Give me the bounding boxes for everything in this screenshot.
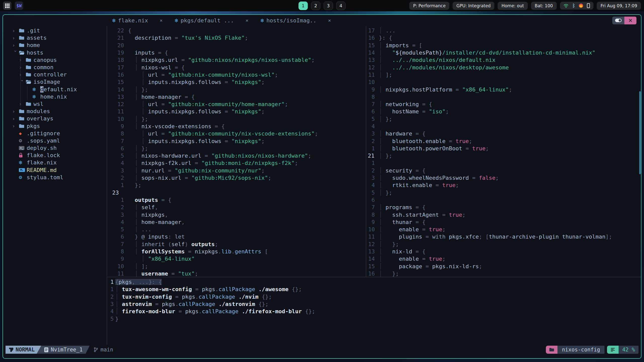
tree-item-assets[interactable]: ›assets	[3, 34, 107, 41]
code-text: │ rtkit.enable = true;	[379, 182, 459, 188]
tab-flake.nix[interactable]: ❄flake.nix×	[112, 17, 163, 24]
nix-icon: ❄	[261, 17, 264, 24]
tree-item-label: .git	[27, 27, 40, 34]
line-number: 3	[366, 175, 378, 181]
editor-pane-flake-nix[interactable]: 22{21 description = "tux's NixOS Flake";…	[107, 26, 366, 277]
code-line: 15│ package = pkgs.nix-ld-rs;	[366, 263, 641, 270]
code-text: │ };	[128, 116, 148, 122]
code-text: │ astronvim = pkgs.callPackage ./astronv…	[115, 301, 268, 307]
code-text: │ url = "github:nix-community/nix-vscode…	[128, 130, 318, 137]
status-pill: P: Performance	[409, 2, 449, 10]
tree-item-label: flake.lock	[27, 152, 60, 158]
tree-item-label: home.nix	[40, 94, 67, 100]
code-line: 19 inputs = {	[107, 49, 366, 56]
line-number: 14	[107, 86, 124, 93]
line-number: 9	[366, 219, 378, 225]
tree-item-deploy.sh[interactable]: >_deploy.sh	[3, 144, 107, 152]
code-text: │ nixpkgs,	[128, 212, 168, 218]
tree-item-.git[interactable]: ›.git	[3, 27, 107, 34]
line-number: 15	[366, 263, 378, 269]
tree-item-isoImage[interactable]: ›isoImage	[3, 78, 107, 85]
tree-item-pkgs[interactable]: ›pkgs	[3, 122, 107, 129]
code-line: 5 │ ...	[107, 226, 366, 233]
app-launcher-button[interactable]	[3, 2, 11, 10]
workspace-3[interactable]: 3	[324, 2, 333, 10]
code-line: 21│ };	[366, 152, 641, 159]
code-line: 21 description = "tux's NixOS Flake";	[107, 34, 366, 41]
tree-item-home.nix[interactable]: ❄home.nix	[3, 93, 107, 100]
phone-icon	[587, 3, 590, 8]
code-line: 14│ "${modulesPath}/installer/cd-dvd/ins…	[366, 49, 641, 56]
folder-icon	[19, 43, 27, 47]
file-explorer: ›.git›assets›home›hosts›canopus›common›c…	[3, 26, 107, 345]
tree-item-common[interactable]: ›common	[3, 64, 107, 71]
nix-icon: ❄	[112, 17, 115, 24]
code-line: 10	[366, 78, 641, 86]
code-text: │ ssh.startAgent = true;	[379, 212, 465, 218]
code-text: │ "x86_64-linux"	[128, 256, 195, 262]
code-text: │ };	[379, 270, 399, 277]
tree-item-home[interactable]: ›home	[3, 41, 107, 49]
scrollbar-thumb[interactable]	[639, 91, 641, 174]
tab-hosts/isoImag..[interactable]: ❄hosts/isoImag..×	[261, 17, 331, 24]
nix-icon: ❄	[175, 17, 178, 24]
workspace-4[interactable]: 4	[336, 2, 346, 10]
tree-item-controller[interactable]: ›controller	[3, 71, 107, 78]
code-line: 8 │ url = "github:nix-community/nix-vsco…	[107, 130, 366, 137]
folder-icon	[26, 58, 33, 62]
workspace-1[interactable]: 1	[299, 2, 308, 10]
toggle-icon	[615, 19, 622, 22]
tree-item-.sops.yaml[interactable]: ⚙.sops.yaml	[3, 137, 107, 144]
line-number: 12	[366, 241, 378, 247]
tree-item-label: controller	[33, 71, 67, 78]
tree-item-overlays[interactable]: ›overlays	[3, 115, 107, 122]
code-text: │ security = {	[379, 167, 425, 174]
wm-logo-button[interactable]: $W	[15, 2, 23, 10]
chevron-right-icon: ›	[19, 64, 26, 70]
line-number: 5	[107, 153, 124, 159]
tab-close-icon[interactable]: ×	[159, 17, 163, 23]
tree-item-canopus[interactable]: ›canopus	[3, 56, 107, 64]
code-line: 3 │ nur.url = "github:nix-community/nur"…	[107, 167, 366, 174]
tree-item-stylua.toml[interactable]: ⚙stylua.toml	[3, 174, 107, 181]
tree-item-wsl[interactable]: ›wsl	[3, 100, 107, 108]
tree-item-flake.nix[interactable]: ❄flake.nix	[3, 159, 107, 166]
code-text: inputs = {	[128, 50, 168, 56]
editor-pane-iso-image[interactable]: 17│ ...16}: {15│ imports = [14│ "${modul…	[366, 26, 641, 277]
workspace-2[interactable]: 2	[311, 2, 320, 10]
editor-pane-pkgs-default[interactable]: 1{pkgs, ...}: {1│ tux-awesome-wm-config …	[107, 277, 641, 345]
tree-item-flake.lock[interactable]: flake.lock	[3, 152, 107, 159]
tree-item-.gitignore[interactable]: ◆.gitignore	[3, 130, 107, 137]
tab-close-icon[interactable]: ×	[328, 17, 331, 23]
code-text: │ nixpkgs-f2k.url = "github:moni-dz/nixp…	[128, 160, 298, 166]
line-number: 17	[107, 64, 124, 71]
code-text: │ hardware = {	[379, 130, 425, 137]
tree-item-label: overlays	[27, 115, 53, 122]
tree-item-modules[interactable]: ›modules	[3, 108, 107, 115]
tree-item-default.nix[interactable]: ❄default.nix	[3, 86, 107, 93]
branch-icon	[94, 347, 98, 352]
tab-close-icon[interactable]: ×	[246, 17, 249, 23]
line-number: 17	[366, 27, 378, 34]
code-text: };	[128, 182, 141, 188]
code-line: 2│ bluetooth.enable = true;	[366, 137, 641, 145]
line-number: 6	[107, 234, 124, 240]
git-branch: main	[94, 346, 113, 354]
code-text: │ };	[379, 241, 399, 247]
neovim-window: ❄flake.nix×❄pkgs/default ...×❄hosts/isoI…	[3, 14, 641, 359]
tree-item-label: .sops.yaml	[27, 138, 60, 144]
tab-pkgs/default ...[interactable]: ❄pkgs/default ...×	[175, 17, 249, 24]
line-number: 11	[107, 108, 124, 115]
tree-cursor: d	[40, 86, 44, 93]
window-toggle-button[interactable]	[612, 17, 624, 24]
line-number: 6	[366, 108, 378, 115]
current-line-number: 21	[366, 153, 378, 159]
tree-item-README.md[interactable]: M↓README.md	[3, 166, 107, 174]
file-text-icon	[44, 347, 48, 352]
window-close-button[interactable]: ×	[624, 17, 636, 24]
code-text: │ tux-awesome-wm-config = pkgs.callPacka…	[115, 286, 302, 292]
tree-item-hosts[interactable]: ›hosts	[3, 49, 107, 56]
code-text: │ };	[379, 116, 392, 122]
code-line: 22{	[107, 27, 366, 34]
code-text: │ nix-ld = {	[379, 248, 425, 255]
